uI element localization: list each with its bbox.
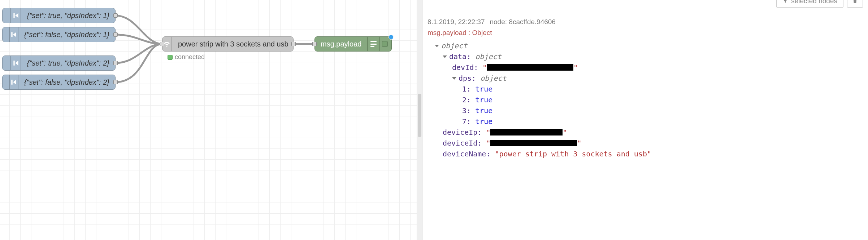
inject-icon <box>11 8 21 23</box>
sidebar-toolbar: selected nodes <box>428 0 863 9</box>
inject-node-set-false-1[interactable]: {"set": false, "dpsIndex": 1} <box>2 27 116 42</box>
caret-icon[interactable] <box>435 45 439 47</box>
inject-node-set-true-1[interactable]: {"set": true, "dpsIndex": 1} <box>2 8 116 23</box>
tree-row-deviceid[interactable]: deviceId: " " <box>428 138 863 148</box>
inject-icon <box>11 56 21 70</box>
output-port[interactable] <box>113 32 118 37</box>
tree-type: object <box>480 73 506 84</box>
tree-row-dps[interactable]: dps: object <box>428 73 863 84</box>
tree-bool: true <box>475 105 492 116</box>
tree-key: devId: <box>452 62 478 73</box>
output-port[interactable] <box>113 61 118 65</box>
device-node-label: power strip with 3 sockets and usb <box>172 40 295 48</box>
trash-icon <box>852 0 858 4</box>
caret-icon[interactable] <box>443 55 447 58</box>
inject-label: {"set": true, "dpsIndex": 1} <box>21 12 115 20</box>
tree-quote: " <box>482 62 487 73</box>
debug-toggle-button[interactable] <box>379 37 390 51</box>
tree-quote: " <box>577 138 581 148</box>
inject-node-set-false-2[interactable]: {"set": false, "dpsIndex": 2} <box>2 75 116 90</box>
tree-row-dps-3[interactable]: 3: true <box>428 105 863 116</box>
debug-meta-row: 8.1.2019, 22:22:37 node: 8cacffde.94606 <box>428 18 863 26</box>
inject-trigger-button[interactable] <box>3 8 11 23</box>
tree-row-dps-7[interactable]: 7: true <box>428 116 863 127</box>
inject-trigger-button[interactable] <box>3 56 11 70</box>
clear-debug-button[interactable] <box>847 0 863 8</box>
tree-type: object <box>441 40 467 51</box>
debug-node-label: msg.payload <box>315 40 367 48</box>
inject-icon <box>10 27 18 42</box>
input-port[interactable] <box>312 42 317 46</box>
tree-key: deviceIp: <box>443 127 482 138</box>
output-port[interactable] <box>113 13 118 18</box>
tree-quote: " <box>563 127 567 138</box>
tree-key: data: <box>449 51 471 62</box>
tree-string: "power strip with 3 sockets and usb" <box>495 148 651 159</box>
debug-tree[interactable]: object data: object devId: " " dps: obje… <box>428 40 863 159</box>
tree-quote: " <box>486 127 490 138</box>
status-dot-icon <box>168 55 173 60</box>
output-port[interactable] <box>113 80 118 84</box>
tree-key: 1: <box>462 84 471 94</box>
tree-key: deviceName: <box>443 148 490 159</box>
tree-key: dps: <box>459 73 476 84</box>
redacted-value <box>487 64 573 71</box>
tree-row-devid[interactable]: devId: " " <box>428 62 863 73</box>
tree-bool: true <box>475 84 492 94</box>
tree-bool: true <box>475 94 492 105</box>
tree-quote: " <box>573 62 578 73</box>
tree-row-dps-2[interactable]: 2: true <box>428 94 863 105</box>
inject-icon <box>10 75 18 89</box>
inject-trigger-button[interactable] <box>3 27 10 42</box>
tree-row-deviceip[interactable]: deviceIp: " " <box>428 127 863 138</box>
inject-label: {"set": true, "dpsIndex": 2} <box>21 59 115 67</box>
tree-key: 3: <box>462 105 471 116</box>
device-node[interactable]: power strip with 3 sockets and usb <box>162 36 294 52</box>
changed-indicator-icon <box>389 35 394 40</box>
debug-node-id: node: 8cacffde.94606 <box>490 18 555 26</box>
tree-key: 2: <box>462 94 471 105</box>
caret-icon[interactable] <box>452 77 456 80</box>
inject-node-set-true-2[interactable]: {"set": true, "dpsIndex": 2} <box>2 55 116 71</box>
tree-bool: true <box>475 116 492 127</box>
tree-type: object <box>475 51 501 62</box>
inject-label: {"set": false, "dpsIndex": 2} <box>18 78 115 86</box>
tree-row-dps-1[interactable]: 1: true <box>428 84 863 94</box>
redacted-value <box>490 129 563 135</box>
selected-nodes-label: selected nodes <box>791 0 837 5</box>
tree-quote: " <box>486 138 490 148</box>
tree-row-data[interactable]: data: object <box>428 51 863 62</box>
filter-icon <box>782 0 788 4</box>
tree-row-object[interactable]: object <box>428 40 863 51</box>
selected-nodes-button[interactable]: selected nodes <box>776 0 843 8</box>
scrollbar-handle[interactable] <box>418 94 421 137</box>
inject-trigger-button[interactable] <box>3 75 10 89</box>
output-port[interactable] <box>291 42 296 46</box>
flow-workspace[interactable]: {"set": true, "dpsIndex": 1} {"set": fal… <box>0 0 417 240</box>
debug-sidebar: selected nodes 8.1.2019, 22:22:37 node: … <box>422 0 868 240</box>
debug-node[interactable]: msg.payload <box>314 36 392 52</box>
input-port[interactable] <box>160 42 164 46</box>
sidebar-resize-gutter[interactable] <box>417 0 422 240</box>
debug-msg-type: msg.payload : Object <box>428 29 863 37</box>
inject-label: {"set": false, "dpsIndex": 1} <box>18 31 115 39</box>
tree-row-devicename[interactable]: deviceName: "power strip with 3 sockets … <box>428 148 863 159</box>
tree-key: deviceId: <box>443 138 482 148</box>
debug-list-icon <box>367 37 379 51</box>
debug-timestamp: 8.1.2019, 22:22:37 <box>428 18 485 26</box>
status-text: connected <box>175 53 205 61</box>
device-node-status: connected <box>168 53 205 61</box>
tree-key: 7: <box>462 116 471 127</box>
redacted-value <box>490 140 577 146</box>
